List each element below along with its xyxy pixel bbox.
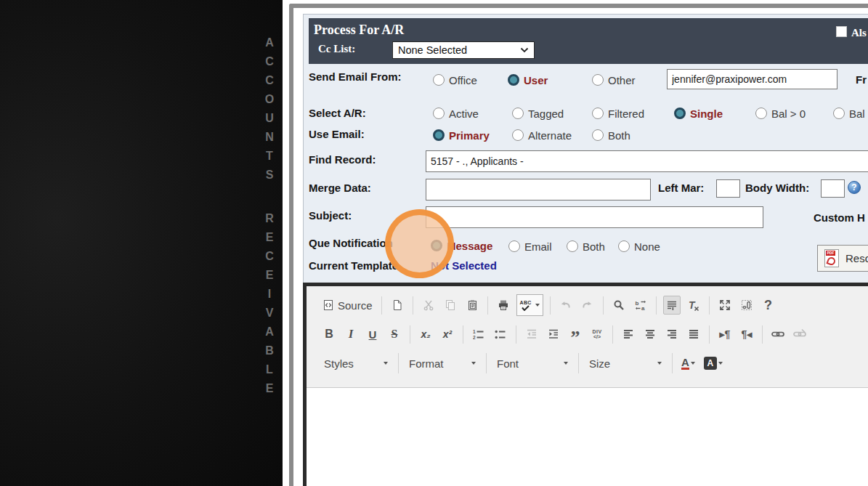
text-direction-rtl-button[interactable]: ¶◂ (738, 325, 755, 344)
resource-button[interactable]: PDF Reso (817, 245, 868, 272)
question-help-icon[interactable]: ? (848, 181, 861, 194)
radio-office[interactable]: Office (433, 73, 477, 86)
radio-bal-cut[interactable]: Bal (833, 107, 865, 120)
radio-circle[interactable] (512, 108, 524, 119)
radio-circle-selected[interactable] (508, 74, 519, 86)
replace-button[interactable]: ba (632, 296, 649, 315)
styles-dropdown[interactable]: Styles (320, 354, 392, 373)
radio-circle[interactable] (592, 108, 604, 119)
radio-both-email[interactable]: Both (592, 129, 630, 142)
radio-tagged[interactable]: Tagged (512, 107, 564, 120)
merge-data-input[interactable] (426, 179, 651, 201)
subscript-button[interactable]: x₂ (417, 325, 434, 344)
maximize-button[interactable] (716, 296, 734, 315)
dropdown-arrow-icon (564, 362, 568, 365)
radio-email-notify[interactable]: Email (508, 240, 552, 253)
from-email-input[interactable] (667, 69, 837, 89)
radio-circle-selected[interactable] (431, 240, 442, 251)
bold-button[interactable]: B (320, 325, 338, 344)
italic-button[interactable]: I (342, 325, 360, 344)
print-button[interactable] (495, 296, 512, 315)
remove-format-button[interactable]: T (685, 296, 702, 315)
align-right-button[interactable] (663, 325, 681, 344)
new-page-button[interactable] (389, 296, 406, 315)
also-checkbox[interactable] (836, 26, 847, 37)
radio-both-notify[interactable]: Both (567, 240, 605, 253)
superscript-button[interactable]: x² (439, 325, 456, 344)
radio-filtered[interactable]: Filtered (592, 107, 644, 120)
radio-none-notify[interactable]: None (618, 240, 660, 253)
numbered-list-icon: 12 (473, 328, 484, 340)
radio-circle[interactable] (512, 129, 524, 141)
select-all-icon (666, 299, 678, 311)
size-dropdown[interactable]: Size (585, 354, 666, 373)
toolbar-separator (398, 353, 399, 373)
format-dropdown[interactable]: Format (405, 354, 480, 373)
font-dropdown[interactable]: Font (492, 354, 572, 373)
numbered-list-button[interactable]: 12 (470, 325, 487, 344)
text-color-button[interactable]: A (679, 354, 697, 373)
increase-indent-icon (548, 328, 559, 340)
bold-icon: B (325, 328, 333, 341)
radio-circle[interactable] (433, 74, 445, 86)
underline-button[interactable]: U (364, 325, 381, 344)
subject-input[interactable] (426, 206, 763, 228)
align-center-button[interactable] (641, 325, 659, 344)
radio-circle-selected[interactable] (674, 108, 686, 119)
also-checkbox-label: Als (851, 27, 867, 39)
radio-circle[interactable] (755, 108, 767, 119)
radio-circle[interactable] (618, 240, 630, 252)
about-button[interactable]: ? (760, 296, 777, 315)
strikethrough-button[interactable]: S (386, 325, 403, 344)
toolbar-separator (486, 353, 487, 373)
radio-primary[interactable]: Primary (433, 129, 490, 142)
editor-content-area[interactable] (307, 387, 868, 486)
source-label: Source (338, 299, 373, 312)
radio-user[interactable]: User (508, 73, 548, 86)
find-button[interactable] (610, 296, 628, 315)
find-record-input[interactable] (426, 150, 868, 172)
radio-circle[interactable] (508, 240, 520, 252)
blockquote-button[interactable]: ” (567, 325, 584, 344)
radio-circle[interactable] (592, 74, 604, 86)
unlink-button (791, 325, 808, 344)
subject-label: Subject: (309, 209, 352, 222)
toolbar-separator (463, 325, 463, 344)
align-left-button[interactable] (620, 325, 637, 344)
radio-other[interactable]: Other (592, 73, 636, 86)
decrease-indent-button (523, 325, 540, 344)
toolbar-separator (709, 296, 710, 315)
radio-message[interactable]: Message (431, 239, 492, 252)
left-mar-input[interactable] (716, 179, 740, 198)
spell-check-button[interactable]: ABC (516, 294, 543, 316)
radio-single[interactable]: Single (674, 107, 723, 120)
radio-circle-selected[interactable] (433, 129, 445, 141)
show-blocks-button[interactable] (738, 296, 755, 315)
radio-alternate[interactable]: Alternate (512, 129, 572, 142)
current-template-label: Current Template (309, 259, 398, 272)
bulleted-list-button[interactable] (492, 325, 509, 344)
radio-circle[interactable] (592, 129, 604, 141)
body-width-input[interactable] (821, 179, 845, 198)
paste-button[interactable] (463, 296, 481, 315)
justify-button[interactable] (685, 325, 702, 344)
div-container-button[interactable]: DIV</> (588, 325, 606, 344)
screen: ACCOUNTS RECEIVABLE Process For A/R Cc L… (0, 0, 868, 486)
cc-list-select[interactable]: None Selected (392, 41, 535, 59)
background-color-icon: A (704, 357, 717, 370)
radio-active[interactable]: Active (433, 107, 479, 120)
question-mark-icon: ? (764, 298, 772, 313)
que-notification-label: Que Notification (309, 237, 393, 249)
new-page-icon (392, 299, 403, 311)
radio-circle[interactable] (433, 108, 445, 119)
toolbar-separator (656, 296, 657, 315)
increase-indent-button[interactable] (545, 325, 562, 344)
text-direction-ltr-button[interactable]: ▸¶ (716, 325, 734, 344)
source-button[interactable]: Source (320, 296, 375, 315)
radio-circle[interactable] (567, 240, 578, 252)
radio-bal-gt-0[interactable]: Bal > 0 (755, 107, 806, 120)
background-color-button[interactable]: A (702, 354, 725, 373)
link-button[interactable] (769, 325, 787, 344)
radio-circle[interactable] (833, 108, 845, 119)
select-all-button[interactable] (663, 296, 681, 315)
